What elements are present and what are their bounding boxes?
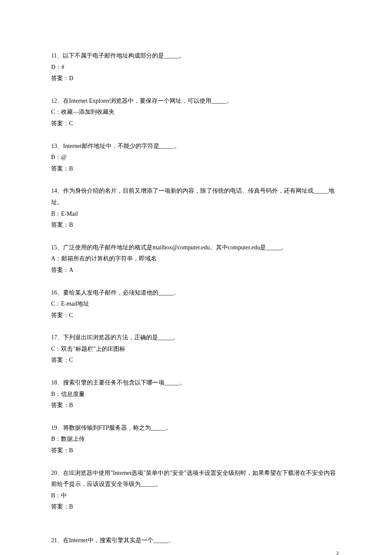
question-block: 18、搜索引擎的主要任务不包含以下哪一项_____。 B：信息度量 答案：B [51, 377, 341, 411]
option-text: B：中 [51, 490, 341, 502]
option-text: C：E-mail地址 [51, 298, 341, 310]
question-block: 20、在IE浏览器中使用"Internet选项"菜单中的"安全"选项卡设置安全级… [51, 468, 341, 513]
question-block: 21、在Internet中，搜索引擎其实是一个_____。 [51, 535, 341, 546]
answer-text: 答案：C [51, 118, 341, 130]
answer-text: 答案：B [51, 163, 341, 175]
answer-text: 答案：B [51, 501, 341, 513]
answer-text: 答案：B [51, 445, 341, 457]
option-text: B：信息度量 [51, 389, 341, 400]
option-text: B：@ [51, 152, 341, 163]
option-text: C：双击"标题栏"上的IE图标 [51, 344, 341, 355]
question-text: 11、以下不属于电子邮件地址构成部分的是_____。 [51, 50, 341, 62]
option-text: B：数据上传 [51, 434, 341, 445]
question-text: 12、在Internet Explorer浏览器中，要保存一个网址，可以使用__… [51, 95, 341, 107]
question-block: 16、要给某人发电子邮件，必须知道他的_____。 C：E-mail地址 答案：… [51, 287, 341, 321]
answer-text: 答案：C [51, 355, 341, 366]
question-block: 17、下列退出IE浏览器的方法，正确的是_____。 C：双击"标题栏"上的IE… [51, 332, 341, 366]
answer-text: 答案：B [51, 220, 341, 231]
question-text: 18、搜索引擎的主要任务不包含以下哪一项_____。 [51, 377, 341, 389]
question-block: 12、在Internet Explorer浏览器中，要保存一个网址，可以使用__… [51, 95, 341, 130]
question-text: 14、作为身份介绍的名片，目前又增添了一项新的内容，除了传统的电话、传真号码外，… [51, 185, 341, 208]
question-block: 11、以下不属于电子邮件地址构成部分的是_____。 D：# 答案：D [51, 50, 341, 84]
question-block: 13、Internet邮件地址中，不能少的字符是_____。 B：@ 答案：B [51, 141, 341, 175]
question-block: 14、作为身份介绍的名片，目前又增添了一项新的内容，除了传统的电话、传真号码外，… [51, 185, 341, 231]
question-text: 19、将数据传输到FTP服务器，称之为_____。 [51, 422, 341, 434]
question-text: 16、要给某人发电子邮件，必须知道他的_____。 [51, 287, 341, 299]
answer-text: 答案：B [51, 400, 341, 411]
question-text: 15、广泛使用的电子邮件地址的格式是mailbox@computer.edu。其… [51, 242, 341, 254]
question-text: 17、下列退出IE浏览器的方法，正确的是_____。 [51, 332, 341, 344]
question-text: 20、在IE浏览器中使用"Internet选项"菜单中的"安全"选项卡设置安全级… [51, 468, 341, 490]
answer-text: 答案：D [51, 73, 341, 84]
answer-text: 答案：C [51, 310, 341, 321]
question-text: 21、在Internet中，搜索引擎其实是一个_____。 [51, 535, 341, 546]
option-text: D：# [51, 62, 341, 73]
question-block: 15、广泛使用的电子邮件地址的格式是mailbox@computer.edu。其… [51, 242, 341, 276]
option-text: B：E-Mail [51, 208, 341, 220]
option-text: C：收藏—添加到收藏夹 [51, 107, 341, 118]
question-block: 19、将数据传输到FTP服务器，称之为_____。 B：数据上传 答案：B [51, 422, 341, 457]
option-text: A：邮箱所在的计算机的字符串，即域名 [51, 253, 341, 265]
question-text: 13、Internet邮件地址中，不能少的字符是_____。 [51, 141, 341, 152]
document-page: 11、以下不属于电子邮件地址构成部分的是_____。 D：# 答案：D 12、在… [0, 0, 392, 555]
answer-text: 答案：A [51, 265, 341, 276]
page-number: 2 [336, 549, 339, 555]
